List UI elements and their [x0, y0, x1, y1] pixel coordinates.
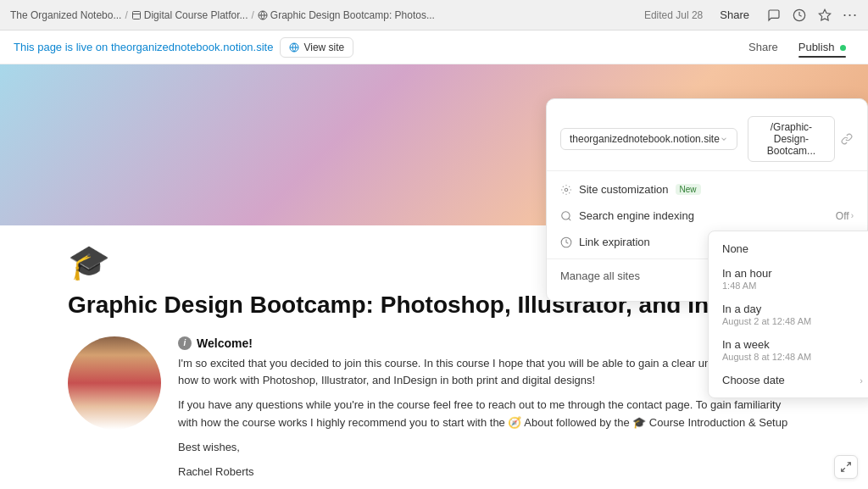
svg-line-12: [842, 468, 845, 471]
search-icon: [560, 210, 572, 222]
view-site-label: View site: [303, 42, 344, 53]
author-name: Rachel Roberts: [178, 464, 800, 481]
clock-icon[interactable]: [792, 8, 807, 23]
expiry-none-label: None: [722, 242, 748, 255]
avatar: [68, 336, 161, 430]
search-engine-right: Off ›: [836, 210, 854, 222]
avatar-image: [68, 336, 161, 430]
content-row: i Welcome! I'm so excited that you decid…: [68, 336, 800, 488]
welcome-title: Welcome!: [197, 336, 253, 350]
path-text: /Graphic-Design-Bootcam...: [757, 121, 826, 157]
search-engine-label: Search engine indexing: [579, 209, 694, 222]
expiry-option-week[interactable]: In a week August 8 at 12:48 AM: [709, 332, 868, 368]
edited-label: Edited Jul 28: [644, 9, 703, 21]
breadcrumb-item-2: Digital Course Platfor...: [131, 9, 248, 21]
svg-line-11: [847, 463, 850, 466]
info-icon: i: [178, 336, 192, 350]
svg-line-9: [569, 218, 571, 220]
welcome-header: i Welcome!: [178, 336, 800, 350]
view-site-button[interactable]: View site: [280, 37, 353, 58]
publish-active-dot: [840, 45, 846, 51]
live-link[interactable]: This page is live on theorganizednoteboo…: [14, 41, 273, 53]
search-engine-row[interactable]: Search engine indexing Off ›: [547, 203, 867, 229]
chevron-down-icon: [720, 135, 728, 143]
customization-icon: [560, 184, 572, 196]
breadcrumb-sep-2: /: [251, 9, 253, 21]
site-customization-left: Site customization New: [560, 183, 701, 196]
link-expiration-left: Link expiration: [560, 236, 650, 248]
breadcrumb-sep-1: /: [125, 9, 127, 21]
browser-actions: Edited Jul 28 Share ···: [644, 7, 858, 23]
star-icon[interactable]: [817, 8, 832, 23]
main-content: 🎓 Graphic Design Bootcamp: Photoshop, Il…: [0, 64, 868, 489]
expiry-option-choose[interactable]: Choose date ›: [709, 368, 868, 392]
copy-link-icon[interactable]: [840, 132, 854, 146]
tab-share[interactable]: Share: [740, 37, 787, 57]
new-badge: New: [676, 184, 701, 195]
expiry-row-wrapper: Link expiration None ⌄ None In an hour 1…: [547, 229, 867, 255]
path-button[interactable]: /Graphic-Design-Bootcam...: [748, 116, 835, 162]
link-expiration-label: Link expiration: [579, 236, 650, 248]
svg-point-8: [562, 211, 570, 219]
welcome-box: i Welcome! I'm so excited that you decid…: [178, 336, 800, 488]
svg-point-7: [565, 188, 568, 192]
expiry-hour-sub: 1:48 AM: [722, 281, 863, 291]
more-options-icon[interactable]: ···: [843, 8, 858, 23]
site-customization-row[interactable]: Site customization New: [547, 176, 867, 203]
tab-publish[interactable]: Publish: [790, 37, 854, 57]
svg-marker-4: [819, 9, 830, 20]
expand-icon[interactable]: [834, 455, 858, 479]
expiry-day-sub: August 2 at 12:48 AM: [722, 316, 863, 326]
expiry-week-label: In a week: [722, 338, 863, 351]
notion-header: This page is live on theorganizednoteboo…: [0, 31, 868, 64]
breadcrumb-item-3: Graphic Design Bootcamp: Photos...: [258, 9, 435, 21]
expiry-option-hour[interactable]: In an hour 1:48 AM: [709, 261, 868, 297]
expiry-option-day[interactable]: In a day August 2 at 12:48 AM: [709, 297, 868, 332]
header-tabs: Share Publish: [740, 37, 854, 57]
search-chevron-icon: ›: [851, 211, 854, 220]
publish-panel: theorganizednotebook.notion.site /Graphi…: [546, 98, 868, 302]
site-url-row: theorganizednotebook.notion.site /Graphi…: [547, 111, 867, 171]
expiry-day-label: In a day: [722, 303, 863, 315]
expiry-week-sub: August 8 at 12:48 AM: [722, 352, 863, 362]
site-customization-label: Site customization: [579, 183, 669, 196]
search-status: Off: [836, 210, 849, 222]
expiry-hour-label: In an hour: [722, 267, 863, 280]
live-bar: This page is live on theorganizednoteboo…: [14, 37, 353, 58]
breadcrumb-item-1[interactable]: The Organized Notebo...: [10, 9, 121, 21]
expiry-choose-label: Choose date: [722, 374, 785, 386]
share-header-button[interactable]: Share: [713, 7, 756, 23]
breadcrumb: The Organized Notebo... / Digital Course…: [10, 9, 639, 21]
site-url-button[interactable]: theorganizednotebook.notion.site: [560, 128, 737, 150]
clock-small-icon: [560, 236, 572, 248]
expiry-option-none[interactable]: None: [709, 236, 868, 261]
expiry-dropdown: None In an hour 1:48 AM In a day August …: [708, 231, 868, 398]
svg-rect-0: [132, 11, 140, 19]
welcome-p2: If you have any questions while you're i…: [178, 397, 800, 432]
site-url-text: theorganizednotebook.notion.site: [570, 133, 720, 145]
choose-date-chevron-icon: ›: [860, 375, 863, 386]
search-engine-left: Search engine indexing: [560, 209, 694, 222]
welcome-p1: I'm so excited that you decided to join …: [178, 355, 800, 391]
comment-icon[interactable]: [766, 8, 782, 23]
browser-bar: The Organized Notebo... / Digital Course…: [0, 0, 868, 31]
best-wishes: Best wishes,: [178, 439, 800, 457]
